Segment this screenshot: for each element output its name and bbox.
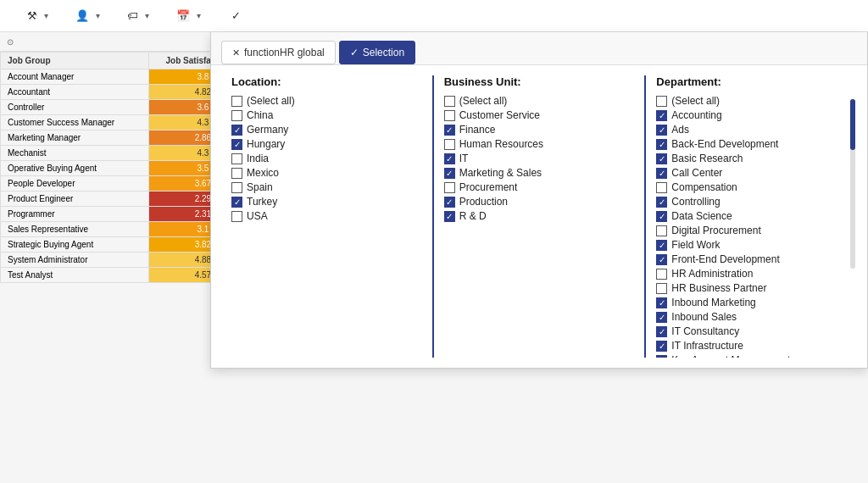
checkbox-icon[interactable]: ✓ bbox=[656, 240, 667, 251]
filter-item[interactable]: HR Business Partner bbox=[656, 282, 843, 294]
filter-item[interactable]: Customer Service bbox=[444, 109, 635, 121]
filter-item[interactable]: (Select all) bbox=[444, 95, 635, 107]
checkbox-icon[interactable] bbox=[231, 110, 242, 121]
filter-item[interactable]: ✓Back-End Development bbox=[656, 138, 843, 150]
waves-button[interactable]: 📅 ▾ bbox=[166, 4, 211, 27]
organization-button[interactable]: ⚒ ▾ bbox=[17, 4, 58, 27]
filter-item[interactable]: (Select all) bbox=[656, 95, 843, 107]
checkbox-icon[interactable]: ✓ bbox=[656, 197, 667, 208]
chevron-down-icon: ▾ bbox=[44, 11, 48, 20]
jobs-button[interactable]: 🏷 ▾ bbox=[117, 4, 159, 27]
job-group-cell: System Administrator bbox=[1, 253, 149, 268]
checkbox-icon[interactable]: ✓ bbox=[231, 197, 242, 208]
checkbox-icon[interactable]: ✓ bbox=[656, 153, 667, 164]
tab-function-hr[interactable]: ✕ functionHR global bbox=[221, 41, 336, 64]
checkbox-icon[interactable]: ✓ bbox=[231, 139, 242, 150]
checkbox-icon[interactable] bbox=[231, 168, 242, 179]
department-scrollbar[interactable] bbox=[850, 99, 855, 269]
checkbox-icon[interactable]: ✓ bbox=[656, 355, 667, 358]
checkbox-icon[interactable]: ✓ bbox=[656, 125, 667, 136]
job-group-cell: Programmer bbox=[1, 207, 149, 222]
filter-item[interactable]: ✓Production bbox=[444, 196, 635, 208]
checkbox-icon[interactable]: ✓ bbox=[444, 153, 455, 164]
checkbox-icon[interactable] bbox=[656, 269, 667, 280]
job-group-cell: Sales Representative bbox=[1, 222, 149, 237]
filter-item[interactable]: ✓Key Account Management bbox=[656, 354, 843, 358]
filter-item[interactable]: ✓Hungary bbox=[231, 138, 422, 150]
checkbox-icon[interactable]: ✓ bbox=[656, 139, 667, 150]
filter-item[interactable]: Digital Procurement bbox=[656, 225, 843, 236]
checkbox-icon[interactable]: ✓ bbox=[444, 125, 455, 136]
filter-item-label: HR Administration bbox=[671, 268, 753, 280]
checkbox-icon[interactable] bbox=[231, 96, 242, 107]
filter-item[interactable]: ✓Inbound Marketing bbox=[656, 297, 843, 308]
checkbox-icon[interactable]: ✓ bbox=[656, 326, 667, 337]
filter-item[interactable]: Human Resources bbox=[444, 138, 635, 150]
filter-item[interactable]: ✓Basic Research bbox=[656, 153, 843, 164]
checkbox-icon[interactable] bbox=[444, 139, 455, 150]
checkbox-icon[interactable] bbox=[444, 182, 455, 193]
filter-item-label: India bbox=[247, 153, 269, 164]
filter-item[interactable]: ✓IT bbox=[444, 153, 635, 164]
checkbox-icon[interactable]: ✓ bbox=[656, 312, 667, 323]
checkbox-icon[interactable]: ✓ bbox=[656, 168, 667, 179]
filter-item-label: Marketing & Sales bbox=[459, 167, 542, 179]
checkbox-icon[interactable] bbox=[231, 182, 242, 193]
employees-button[interactable]: 👤 ▾ bbox=[65, 4, 110, 27]
filter-item-label: Finance bbox=[459, 124, 496, 136]
filter-item[interactable]: Procurement bbox=[444, 181, 635, 193]
department-title: Department: bbox=[656, 75, 847, 88]
checkbox-icon[interactable]: ✓ bbox=[656, 254, 667, 265]
checkbox-icon[interactable]: ✓ bbox=[656, 297, 667, 308]
checkbox-icon[interactable] bbox=[444, 96, 455, 107]
filter-item[interactable]: ✓Front-End Development bbox=[656, 253, 843, 265]
checkbox-icon[interactable]: ✓ bbox=[656, 341, 667, 352]
filter-item-label: China bbox=[247, 109, 273, 121]
filter-item[interactable]: ✓Ads bbox=[656, 124, 843, 136]
filter-item[interactable]: HR Administration bbox=[656, 268, 843, 280]
checkbox-icon[interactable]: ✓ bbox=[444, 211, 455, 222]
scrollbar-thumb[interactable] bbox=[850, 99, 855, 150]
checkbox-icon[interactable] bbox=[656, 182, 667, 193]
filter-item[interactable]: ✓IT Infrastructure bbox=[656, 340, 843, 352]
filter-item[interactable]: (Select all) bbox=[231, 95, 422, 107]
filter-item[interactable]: India bbox=[231, 153, 422, 164]
checkbox-icon[interactable] bbox=[656, 283, 667, 294]
filter-item[interactable]: ✓Finance bbox=[444, 124, 635, 136]
checkbox-icon[interactable] bbox=[656, 96, 667, 107]
filter-item[interactable]: ✓Germany bbox=[231, 124, 422, 136]
checkbox-icon[interactable] bbox=[231, 211, 242, 222]
checkbox-icon[interactable]: ✓ bbox=[444, 197, 455, 208]
filter-item[interactable]: ✓Field Work bbox=[656, 239, 843, 251]
filter-item[interactable]: ✓Turkey bbox=[231, 196, 422, 208]
filter-item[interactable]: China bbox=[231, 109, 422, 121]
checkbox-icon[interactable] bbox=[444, 110, 455, 121]
filter-item-label: (Select all) bbox=[247, 95, 295, 107]
filter-item[interactable]: Mexico bbox=[231, 167, 422, 179]
filter-item[interactable]: ✓Controlling bbox=[656, 196, 843, 208]
filter-item[interactable]: Compensation bbox=[656, 181, 843, 193]
organization-icon: ⚒ bbox=[27, 9, 37, 22]
filter-item[interactable]: USA bbox=[231, 210, 422, 222]
job-group-cell: Test Analyst bbox=[1, 268, 149, 283]
filter-item[interactable]: ✓Accounting bbox=[656, 109, 843, 121]
checkbox-icon[interactable] bbox=[231, 153, 242, 164]
tab-selection[interactable]: ✓ Selection bbox=[339, 41, 415, 64]
filter-item[interactable]: ✓IT Consultancy bbox=[656, 325, 843, 337]
filter-item[interactable]: ✓Marketing & Sales bbox=[444, 167, 635, 179]
checkbox-icon[interactable]: ✓ bbox=[231, 125, 242, 136]
checkbox-icon[interactable]: ✓ bbox=[656, 211, 667, 222]
close-icon[interactable]: ✕ bbox=[232, 47, 240, 58]
business-unit-filter: Business Unit: (Select all)Customer Serv… bbox=[434, 75, 647, 358]
checkbox-icon[interactable]: ✓ bbox=[444, 168, 455, 179]
filter-item[interactable]: ✓Inbound Sales bbox=[656, 311, 843, 323]
department-list: (Select all)✓Accounting✓Ads✓Back-End Dev… bbox=[656, 95, 843, 358]
filter-item[interactable]: ✓Call Center bbox=[656, 167, 843, 179]
filter-item[interactable]: ✓R & D bbox=[444, 210, 635, 222]
checkbox-icon[interactable]: ✓ bbox=[656, 110, 667, 121]
checkbox-icon[interactable] bbox=[656, 225, 667, 236]
apply-button[interactable]: ✓ bbox=[218, 4, 258, 27]
filter-item-label: Mexico bbox=[247, 167, 279, 179]
filter-item[interactable]: ✓Data Science bbox=[656, 210, 843, 222]
filter-item[interactable]: Spain bbox=[231, 181, 422, 193]
